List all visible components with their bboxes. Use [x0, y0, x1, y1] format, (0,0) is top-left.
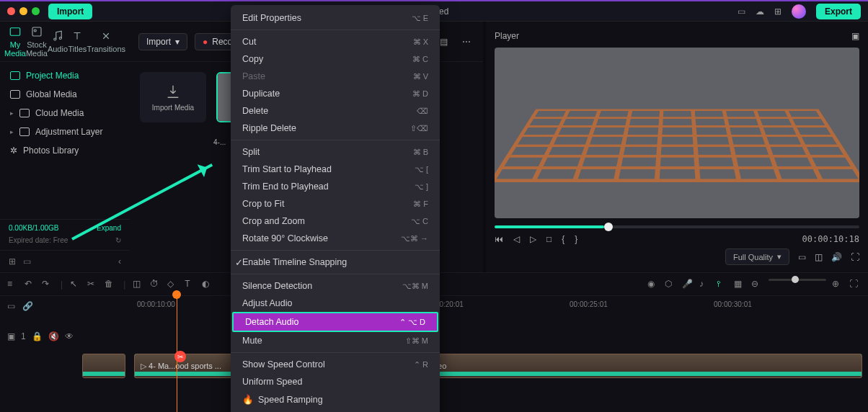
ctx-copy[interactable]: Copy⌘ C — [231, 50, 440, 68]
marker-icon[interactable]: ◉ — [647, 279, 659, 290]
mixer-icon[interactable]: ⫯ — [717, 279, 728, 290]
tree-adjustment-layer[interactable]: ▸Adjustment Layer — [0, 122, 130, 141]
mark-in-icon[interactable]: { — [562, 234, 564, 244]
ctx-split[interactable]: Split⌘ B — [231, 143, 440, 161]
snapshot-icon[interactable]: ▣ — [851, 31, 859, 41]
compare-icon[interactable]: ◫ — [815, 252, 823, 262]
ctx-duplicate[interactable]: Duplicate⌘ D — [231, 85, 440, 102]
media-tree: Project Media Global Media ▸Cloud Media … — [0, 62, 130, 219]
tree-project-media[interactable]: Project Media — [0, 66, 130, 85]
track-visibility-icon[interactable]: ▣ — [7, 331, 15, 341]
link-icon[interactable]: 🔗 — [22, 301, 33, 311]
layout-icon[interactable]: ▭ — [738, 6, 745, 17]
speed-icon[interactable]: ⏱ — [150, 279, 161, 290]
tab-titles[interactable]: Titles — [68, 30, 87, 53]
ctx-ripple-delete[interactable]: Ripple Delete⇧⌫ — [231, 120, 440, 137]
chevron-down-icon: ▾ — [175, 37, 180, 47]
storage-usage: 0.00KB/1.00GB — [9, 224, 59, 232]
prev-frame-icon[interactable]: ⏮ — [495, 234, 503, 244]
photos-icon: ✲ — [10, 145, 17, 156]
zoom-in-icon[interactable]: ⊕ — [832, 279, 843, 290]
ctx-trim-start-to-playhead[interactable]: Trim Start to Playhead⌥ [ — [231, 161, 440, 178]
timeline-view-icon[interactable]: ▭ — [7, 301, 15, 311]
delete-icon[interactable]: 🗑 — [105, 279, 116, 290]
stop-icon[interactable]: □ — [546, 234, 552, 244]
text-icon[interactable]: T — [185, 279, 196, 290]
tab-audio[interactable]: Audio — [48, 30, 68, 53]
fit-icon[interactable]: ⛶ — [849, 279, 861, 290]
ctx-add-freeze-frame[interactable]: Add Freeze Frame⌥ F — [231, 408, 440, 412]
ctx-show-speed-control[interactable]: Show Speed Control⌃ R — [231, 356, 440, 373]
new-folder-icon[interactable]: ⊞ — [9, 256, 16, 267]
ctx-edit-properties[interactable]: Edit Properties⌥ E — [231, 9, 440, 27]
minimize-window[interactable] — [19, 7, 27, 15]
render-icon[interactable]: ▦ — [734, 279, 745, 290]
eye-icon[interactable]: 👁 — [65, 331, 74, 341]
ctx-rotate-90-clockwise[interactable]: Rotate 90° Clockwise⌥⌘ → — [231, 230, 440, 247]
scrub-knob[interactable] — [604, 223, 613, 231]
volume-icon[interactable]: 🔊 — [831, 252, 842, 262]
mark-out-icon[interactable]: } — [575, 234, 577, 244]
split-marker[interactable]: ✂ — [174, 351, 186, 362]
ctx-crop-and-zoom[interactable]: Crop and Zoom⌥ C — [231, 212, 440, 230]
more-icon[interactable]: ⋯ — [459, 34, 474, 50]
fullscreen-icon[interactable]: ⛶ — [851, 252, 859, 262]
cursor-icon[interactable]: ↖ — [70, 279, 81, 290]
apps-icon[interactable]: ⊞ — [774, 6, 781, 17]
export-button[interactable]: Export — [816, 4, 861, 19]
avatar[interactable] — [792, 4, 806, 19]
quality-dropdown[interactable]: Full Quality▾ — [725, 248, 789, 265]
zoom-out-icon[interactable]: ⊖ — [751, 279, 763, 290]
bin-icon[interactable]: ▭ — [23, 256, 31, 267]
tab-stock-media[interactable]: Stock Media — [26, 25, 48, 58]
preview-viewport[interactable] — [495, 48, 859, 218]
timeline-ruler[interactable]: 00:00:10:00 00:00:20:01 00:00:25:01 00:0… — [79, 296, 868, 316]
cloud-icon[interactable]: ☁ — [756, 6, 764, 17]
crop-icon[interactable]: ◫ — [133, 279, 144, 290]
ctx-cut[interactable]: Cut⌘ X — [231, 33, 440, 50]
tab-transitions[interactable]: Transitions — [87, 30, 125, 53]
play-icon[interactable]: ▷ — [530, 234, 536, 244]
tree-cloud-media[interactable]: ▸Cloud Media — [0, 104, 130, 122]
ctx-trim-end-to-playhead[interactable]: Trim End to Playhead⌥ ] — [231, 178, 440, 195]
color-icon[interactable]: ◐ — [202, 279, 213, 290]
mute-track-icon[interactable]: 🔇 — [48, 331, 59, 341]
refresh-icon[interactable]: ↻ — [115, 236, 121, 244]
player-label: Player — [495, 31, 519, 41]
ctx-crop-to-fit[interactable]: Crop to Fit⌘ F — [231, 195, 440, 212]
ctx-silence-detection[interactable]: Silence Detection⌥⌘ M — [231, 277, 440, 295]
import-dropdown[interactable]: Import▾ — [138, 33, 187, 50]
import-button[interactable]: Import — [48, 4, 92, 19]
ctx-adjust-audio[interactable]: Adjust Audio — [231, 295, 440, 312]
lock-icon[interactable]: 🔒 — [32, 331, 43, 341]
mic-icon[interactable]: 🎤 — [682, 279, 694, 290]
ctx-enable-timeline-snapping[interactable]: Enable Timeline Snapping — [231, 254, 440, 271]
keyframe-icon[interactable]: ◇ — [167, 279, 179, 290]
tab-my-media[interactable]: My Media — [4, 25, 26, 58]
menu-icon[interactable]: ≡ — [7, 279, 19, 290]
scissors-icon[interactable]: ✂ — [87, 279, 99, 290]
music-icon[interactable]: ♪ — [699, 279, 711, 290]
scrub-bar[interactable] — [495, 225, 859, 228]
close-window[interactable] — [7, 7, 15, 15]
ctx-delete[interactable]: Delete⌫ — [231, 102, 440, 120]
undo-icon[interactable]: ↶ — [25, 279, 36, 290]
tree-global-media[interactable]: Global Media — [0, 85, 130, 104]
ctx-detach-audio[interactable]: Detach Audio⌃ ⌥ D — [232, 312, 438, 332]
ctx-uniform-speed[interactable]: Uniform Speed — [231, 373, 440, 390]
play-back-icon[interactable]: ◁ — [513, 234, 520, 244]
chevron-left-icon[interactable]: ‹ — [118, 256, 121, 267]
ctx-mute[interactable]: Mute⇧⌘ M — [231, 332, 440, 349]
tree-photos-library[interactable]: ✲Photos Library — [0, 141, 130, 160]
zoom-slider[interactable] — [769, 279, 826, 281]
redo-icon[interactable]: ↷ — [42, 279, 53, 290]
window-controls — [7, 7, 40, 15]
svg-point-4 — [59, 37, 61, 40]
clip-label: 4-... — [213, 138, 226, 146]
import-media-card[interactable]: Import Media — [140, 72, 206, 122]
shield-icon[interactable]: ⬡ — [665, 279, 676, 290]
ctx-speed-ramping[interactable]: 🔥Speed Ramping — [231, 390, 440, 408]
maximize-window[interactable] — [32, 7, 40, 15]
clip-thumb-small[interactable] — [82, 354, 125, 378]
display-icon[interactable]: ▭ — [798, 252, 806, 262]
